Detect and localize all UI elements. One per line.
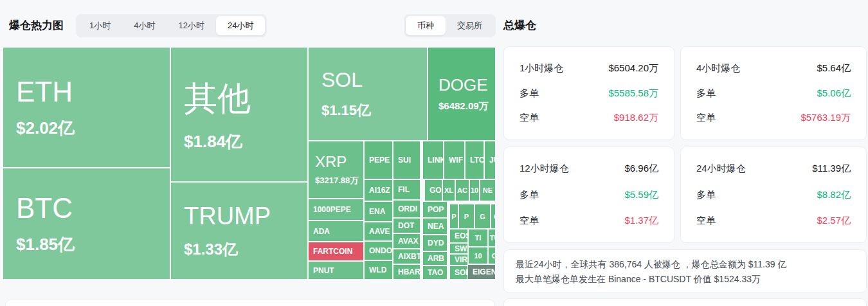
long-value: $5585.58万 bbox=[608, 87, 658, 100]
long-label: 多单 bbox=[696, 189, 716, 201]
treemap-cell-fartcoin[interactable]: FARTCOIN bbox=[309, 242, 363, 260]
card-total: $6504.20万 bbox=[608, 62, 658, 75]
short-value: $918.62万 bbox=[614, 112, 658, 124]
view-toggle: 币种 交易所 bbox=[404, 14, 496, 37]
treemap-cell-sol[interactable]: SOL $1.15亿 bbox=[309, 48, 427, 140]
liquidation-summary: 最近24小时，全球共有 386,764 人被爆仓 ，爆仓总金额为 $11.39 … bbox=[503, 249, 867, 293]
card-title: 4小时爆仓 bbox=[696, 62, 740, 75]
treemap-cell-ordi[interactable]: ORDI bbox=[393, 201, 420, 217]
treemap-cell-link[interactable]: LINK bbox=[423, 141, 443, 179]
liq-card-1h: 1小时爆仓$6504.20万 多单$5585.58万 空单$918.62万 bbox=[503, 46, 674, 140]
short-label: 空单 bbox=[696, 215, 716, 227]
treemap-cell-wif[interactable]: WIF bbox=[444, 141, 464, 179]
treemap-cell-eos[interactable]: EOS bbox=[450, 230, 467, 242]
short-label: 空单 bbox=[696, 112, 716, 124]
treemap-cell-p2[interactable]: P bbox=[459, 204, 474, 228]
treemap-cell-trump[interactable]: TRUMP $1.33亿 bbox=[171, 183, 307, 279]
page-title: 爆仓热力图 bbox=[9, 18, 64, 33]
treemap-cell-avax[interactable]: AVAX bbox=[393, 234, 420, 248]
view-tab-exchange[interactable]: 交易所 bbox=[446, 16, 494, 35]
view-tab-coin[interactable]: 币种 bbox=[406, 16, 446, 35]
time-range-tabs: 1小时 4小时 12小时 24小时 bbox=[76, 14, 267, 37]
liq-card-24h: 24小时爆仓$11.39亿 多单$8.82亿 空单$2.57亿 bbox=[680, 147, 867, 243]
treemap-cell-doge[interactable]: DOGE $6482.09万 bbox=[428, 48, 495, 140]
time-tab-12h[interactable]: 12小时 bbox=[167, 16, 215, 35]
liquidation-heatmap: ETH $2.02亿 BTC $1.85亿 其他 $1.84亿 TRUMP $1… bbox=[3, 48, 495, 279]
treemap-cell-tu[interactable]: TU bbox=[489, 230, 495, 246]
treemap-cell-ti[interactable]: TI bbox=[469, 230, 487, 246]
treemap-cell-jup[interactable]: JUP bbox=[485, 141, 495, 179]
next-card-stub-right bbox=[503, 298, 867, 306]
treemap-cell-g[interactable]: G bbox=[475, 204, 490, 228]
treemap-cell-ena[interactable]: ENA bbox=[365, 202, 392, 221]
treemap-cell-p1[interactable]: P bbox=[450, 204, 458, 228]
treemap-cell-arb[interactable]: ARB bbox=[423, 252, 447, 265]
summary-line-2: 最大单笔爆仓单发生在 Binance - BTCUSDT 价值 $1524.33… bbox=[516, 272, 854, 287]
treemap-cell-ne[interactable]: NE bbox=[480, 180, 495, 201]
treemap-cell-others[interactable]: 其他 $1.84亿 bbox=[171, 48, 307, 181]
treemap-cell-ltc[interactable]: LTC bbox=[466, 141, 484, 179]
treemap-cell-ac[interactable]: AC bbox=[456, 180, 469, 201]
time-tab-24h[interactable]: 24小时 bbox=[216, 16, 265, 35]
short-value: $5763.19万 bbox=[800, 112, 851, 124]
treemap-cell-aixbt[interactable]: AIXBT bbox=[393, 249, 420, 264]
long-value: $5.06亿 bbox=[817, 87, 851, 100]
time-tab-1h[interactable]: 1小时 bbox=[78, 16, 122, 35]
treemap-cell-tao[interactable]: TAO bbox=[423, 266, 447, 279]
treemap-cell-xl[interactable]: XL bbox=[443, 180, 455, 201]
treemap-cell-ondo[interactable]: ONDO bbox=[365, 242, 392, 260]
long-label: 多单 bbox=[520, 189, 539, 201]
short-label: 空单 bbox=[520, 215, 539, 227]
short-value: $1.37亿 bbox=[624, 215, 658, 227]
treemap-cell-10[interactable]: 10 bbox=[470, 180, 479, 201]
long-label: 多单 bbox=[696, 87, 716, 100]
treemap-cell-dot[interactable]: DOT bbox=[393, 219, 420, 233]
long-value: $8.82亿 bbox=[817, 189, 851, 201]
treemap-cell-1000pepe[interactable]: 1000PEPE bbox=[309, 199, 363, 220]
treemap-cell-wld[interactable]: WLD bbox=[365, 261, 392, 279]
treemap-cell-nea[interactable]: NEA bbox=[423, 219, 447, 234]
total-liquidation-title: 总爆仓 bbox=[503, 18, 536, 33]
card-title: 12小时爆仓 bbox=[520, 163, 569, 175]
treemap-cell-o[interactable]: O bbox=[489, 248, 495, 264]
long-value: $5.59亿 bbox=[624, 189, 658, 201]
treemap-cell-c[interactable]: C bbox=[491, 204, 495, 228]
treemap-cell-pnut[interactable]: PNUT bbox=[309, 262, 363, 279]
treemap-cell-ada[interactable]: ADA bbox=[309, 221, 363, 241]
treemap-cell-dyd[interactable]: DYD bbox=[423, 235, 447, 251]
card-title: 24小时爆仓 bbox=[696, 163, 746, 175]
treemap-cell-pepe[interactable]: PEPE bbox=[365, 141, 392, 179]
card-total: $5.64亿 bbox=[817, 62, 851, 75]
short-label: 空单 bbox=[520, 112, 539, 124]
liq-card-4h: 4小时爆仓$5.64亿 多单$5.06亿 空单$5763.19万 bbox=[680, 46, 867, 140]
card-title: 1小时爆仓 bbox=[520, 62, 563, 75]
treemap-cell-xrp[interactable]: XRP $3217.88万 bbox=[309, 141, 363, 198]
card-total: $11.39亿 bbox=[812, 163, 851, 175]
treemap-cell-eth[interactable]: ETH $2.02亿 bbox=[3, 48, 170, 167]
treemap-cell-go[interactable]: GO bbox=[425, 180, 442, 201]
time-tab-4h[interactable]: 4小时 bbox=[122, 16, 167, 35]
treemap-cell-fil[interactable]: FIL bbox=[393, 180, 420, 199]
card-total: $6.96亿 bbox=[624, 163, 658, 175]
treemap-cell-sui[interactable]: SUI bbox=[393, 141, 420, 179]
treemap-cell-virt[interactable]: VIRT bbox=[450, 255, 467, 265]
treemap-cell-hbar[interactable]: HBAR bbox=[393, 265, 420, 279]
treemap-cell-solv[interactable]: SOLV bbox=[450, 266, 467, 279]
summary-line-1: 最近24小时，全球共有 386,764 人被爆仓 ，爆仓总金额为 $11.39 … bbox=[516, 257, 854, 272]
treemap-cell-ai16z[interactable]: AI16Z bbox=[365, 180, 392, 201]
treemap-cell-10b[interactable]: 10 bbox=[469, 248, 487, 264]
treemap-cell-pop[interactable]: POP bbox=[423, 202, 447, 217]
treemap-cell-btc[interactable]: BTC $1.85亿 bbox=[3, 168, 170, 279]
long-label: 多单 bbox=[520, 87, 539, 100]
next-card-stub-left bbox=[5, 300, 495, 306]
short-value: $2.57亿 bbox=[817, 215, 851, 227]
treemap-cell-aave[interactable]: AAVE bbox=[365, 222, 392, 240]
treemap-cell-swa[interactable]: SWA bbox=[450, 244, 467, 253]
liq-card-12h: 12小时爆仓$6.96亿 多单$5.59亿 空单$1.37亿 bbox=[503, 147, 674, 243]
treemap-cell-eigen[interactable]: EIGEN bbox=[468, 265, 495, 279]
